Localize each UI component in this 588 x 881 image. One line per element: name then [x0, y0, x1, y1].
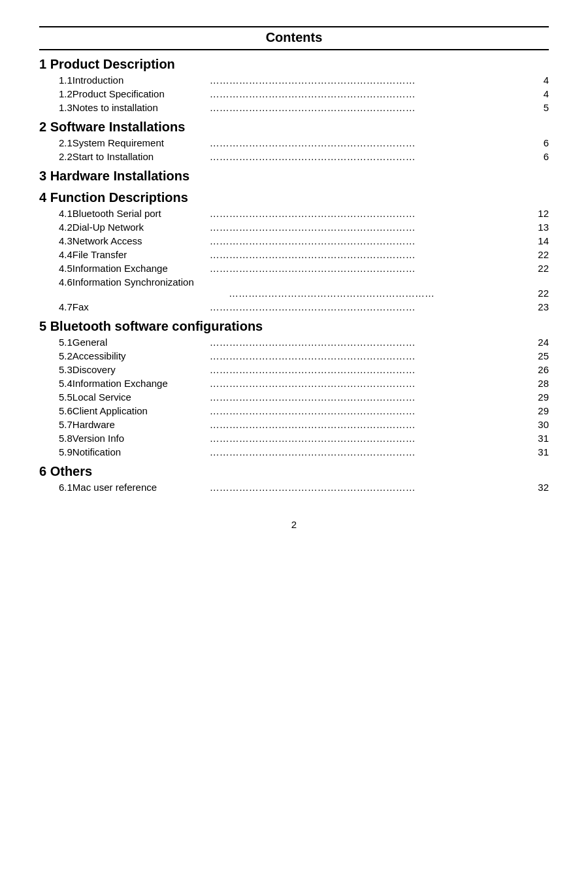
- entry-dots: ………………………………………………………: [210, 263, 523, 274]
- entry-2-1: 2.1 System Requirement ………………………………………………: [39, 137, 549, 148]
- section-3-heading: 3 Hardware Installations: [39, 169, 549, 184]
- entry-label: Introduction: [73, 75, 203, 86]
- entry-1-3: 1.3 Notes to installation ………………………………………: [39, 102, 549, 113]
- entry-page: 24: [529, 337, 549, 348]
- section-4-heading: 4 Function Descriptions: [39, 190, 549, 205]
- entry-number: 5.3: [39, 364, 73, 375]
- entry-4-3: 4.3 Network Access …………………………………………………………: [39, 235, 549, 246]
- entry-6-1: 6.1 Mac user reference ………………………………………………: [39, 482, 549, 493]
- entry-page: 6: [529, 137, 549, 148]
- entry-5-3: 5.3 Discovery ……………………………………………………… 26: [39, 364, 549, 375]
- entry-dots: ………………………………………………………: [210, 249, 523, 260]
- entry-dots: ………………………………………………………: [210, 88, 523, 99]
- entry-5-4: 5.4 Information Exchange …………………………………………: [39, 378, 549, 389]
- entry-page: 12: [529, 208, 549, 219]
- entry-page: 30: [529, 419, 549, 430]
- entry-label: Version Info: [73, 433, 203, 444]
- entry-number: 4.2: [39, 222, 73, 233]
- entry-label: Information Exchange: [73, 378, 203, 389]
- entry-5-7: 5.7 Hardware ……………………………………………………… 30: [39, 419, 549, 430]
- entry-number: 5.7: [39, 419, 73, 430]
- entry-label: Accessibility: [73, 350, 203, 361]
- entry-number: 1.1: [39, 75, 73, 86]
- entry-page: 5: [529, 102, 549, 113]
- title-bar: Contents: [39, 26, 549, 50]
- section-1-heading: 1 Product Description: [39, 57, 549, 72]
- entry-page: 29: [529, 391, 549, 403]
- entry-number: 5.5: [39, 391, 73, 403]
- entry-dots: ………………………………………………………: [210, 137, 523, 148]
- entry-dots: ………………………………………………………: [210, 446, 523, 457]
- entry-page: 32: [529, 482, 549, 493]
- entry-page: 26: [529, 364, 549, 375]
- entry-label: Information Synchronization: [73, 276, 203, 288]
- entry-2-2: 2.2 Start to Installation ………………………………………: [39, 151, 549, 162]
- entry-number: 4.7: [39, 301, 73, 312]
- entry-dots: ………………………………………………………: [210, 151, 523, 162]
- entry-5-5: 5.5 Local Service ……………………………………………………… …: [39, 391, 549, 403]
- entry-label: Local Service: [73, 391, 203, 403]
- entry-page: 4: [529, 75, 549, 86]
- entry-number: 5.4: [39, 378, 73, 389]
- entry-number: 5.9: [39, 446, 73, 457]
- entry-1-1: 1.1 Introduction ……………………………………………………… 4: [39, 75, 549, 86]
- entry-4-6-bottom: ……………………………………………………… 22: [39, 288, 549, 299]
- entry-page: 29: [529, 405, 549, 416]
- entry-page: 4: [529, 88, 549, 99]
- entry-number: 5.1: [39, 337, 73, 348]
- entry-dots: ………………………………………………………: [210, 208, 523, 219]
- entry-number: 5.6: [39, 405, 73, 416]
- entry-number: 4.4: [39, 249, 73, 260]
- page-container: Contents 1 Product Description 1.1 Intro…: [39, 26, 549, 530]
- entry-4-5: 4.5 Information Exchange …………………………………………: [39, 263, 549, 274]
- entry-4-1: 4.1 Bluetooth Serial port ………………………………………: [39, 208, 549, 219]
- page-number: 2: [39, 519, 549, 530]
- entry-5-2: 5.2 Accessibility ……………………………………………………… …: [39, 350, 549, 361]
- page-title: Contents: [39, 30, 549, 45]
- entry-dots: ………………………………………………………: [210, 235, 523, 246]
- entry-4-2: 4.2 Dial-Up Network ………………………………………………………: [39, 222, 549, 233]
- entry-dots: ………………………………………………………: [210, 405, 523, 416]
- entry-dots: ………………………………………………………: [210, 419, 523, 430]
- entry-page: 13: [529, 222, 549, 233]
- entry-number: 1.3: [39, 102, 73, 113]
- entry-page: 6: [529, 151, 549, 162]
- entry-dots: ………………………………………………………: [210, 102, 523, 113]
- entry-label: Dial-Up Network: [73, 222, 203, 233]
- entry-label: File Transfer: [73, 249, 203, 260]
- entry-5-1: 5.1 General ……………………………………………………… 24: [39, 337, 549, 348]
- entry-1-2: 1.2 Product Specification ………………………………………: [39, 88, 549, 99]
- entry-5-6: 5.6 Client Application ………………………………………………: [39, 405, 549, 416]
- entry-page: 25: [529, 350, 549, 361]
- entry-label: Notes to installation: [73, 102, 203, 113]
- entry-dots: ………………………………………………………: [210, 391, 523, 403]
- entry-page: 28: [529, 378, 549, 389]
- entry-label: Fax: [73, 301, 203, 312]
- entry-label: Bluetooth Serial port: [73, 208, 203, 219]
- entry-5-8: 5.8 Version Info ……………………………………………………… 3…: [39, 433, 549, 444]
- entry-page: 23: [529, 301, 549, 312]
- entry-page: 22: [529, 249, 549, 260]
- section-2-heading: 2 Software Installations: [39, 120, 549, 135]
- entry-label: Network Access: [73, 235, 203, 246]
- section-5-heading: 5 Bluetooth software configurations: [39, 319, 549, 334]
- entry-number: 4.1: [39, 208, 73, 219]
- entry-5-9: 5.9 Notification ……………………………………………………… 3…: [39, 446, 549, 457]
- entry-number: 5.2: [39, 350, 73, 361]
- entry-dots: ………………………………………………………: [210, 378, 523, 389]
- entry-dots: ………………………………………………………: [210, 433, 523, 444]
- entry-page: 14: [529, 235, 549, 246]
- entry-label: Product Specification: [73, 88, 203, 99]
- entry-number: 4.6: [39, 276, 73, 288]
- entry-label: Hardware: [73, 419, 203, 430]
- section-6-heading: 6 Others: [39, 464, 549, 479]
- entry-number: 6.1: [39, 482, 73, 493]
- entry-dots: ………………………………………………………: [210, 364, 523, 375]
- entry-dots: ………………………………………………………: [210, 337, 523, 348]
- entry-dots: ………………………………………………………: [229, 288, 523, 299]
- entry-dots: ………………………………………………………: [210, 482, 523, 493]
- entry-page: 31: [529, 446, 549, 457]
- entry-label: Information Exchange: [73, 263, 203, 274]
- entry-4-4: 4.4 File Transfer ……………………………………………………… …: [39, 249, 549, 260]
- entry-page: 31: [529, 433, 549, 444]
